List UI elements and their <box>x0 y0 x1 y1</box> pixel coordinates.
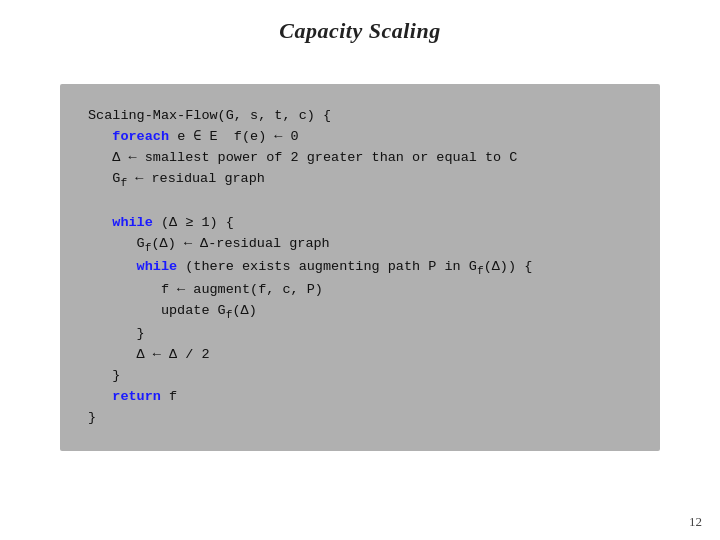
code-block: Scaling-Max-Flow(G, s, t, c) { foreach e… <box>60 84 660 451</box>
code-line-1: Scaling-Max-Flow(G, s, t, c) { foreach e… <box>88 108 532 425</box>
page-number: 12 <box>689 514 702 530</box>
code-content: Scaling-Max-Flow(G, s, t, c) { foreach e… <box>88 106 632 429</box>
page-title: Capacity Scaling <box>0 0 720 54</box>
